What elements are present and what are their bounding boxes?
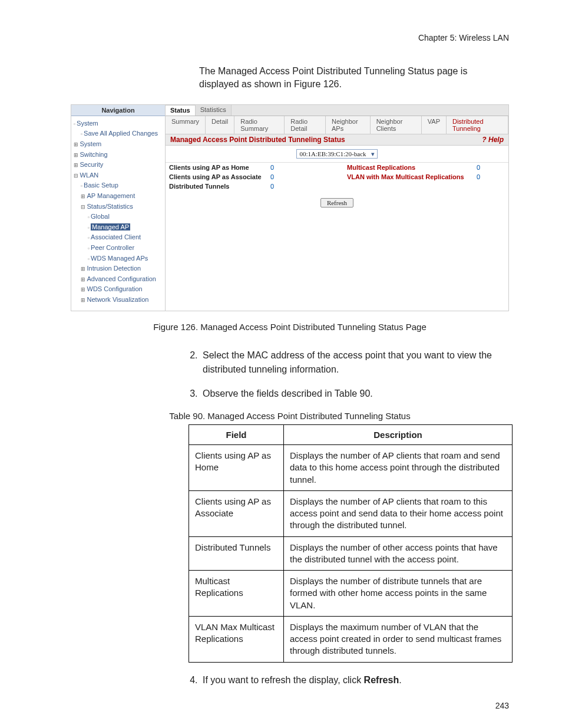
nav-managed-ap[interactable]: Managed AP: [74, 222, 163, 233]
tab-statistics[interactable]: Statistics: [196, 105, 232, 116]
nav-wlan[interactable]: WLAN: [74, 170, 163, 181]
nav-intrusion-detection[interactable]: Intrusion Detection: [74, 263, 163, 274]
nav-peer-controller[interactable]: Peer Controller: [74, 243, 163, 253]
nav-advanced-config[interactable]: Advanced Configuration: [74, 274, 163, 285]
subtab-radio-summary[interactable]: Radio Summary: [234, 116, 285, 134]
step-4-refresh-word: Refresh: [364, 675, 399, 685]
subtab-neighbor-clients[interactable]: Neighbor Clients: [371, 116, 422, 134]
intro-paragraph: The Managed Access Point Distributed Tun…: [199, 65, 509, 91]
refresh-row: Refresh: [166, 191, 508, 215]
step-4-text-a: If you want to refresh the display, clic…: [203, 675, 364, 685]
instruction-steps: Select the MAC address of the access poi…: [186, 348, 509, 400]
subtab-summary[interactable]: Summary: [166, 116, 206, 134]
page-header: Chapter 5: Wireless LAN: [71, 33, 509, 42]
subtab-neighbor-aps[interactable]: Neighbor APs: [326, 116, 371, 134]
step-4: If you want to refresh the display, clic…: [200, 673, 509, 687]
field-description-table: Field Description Clients using AP as Ho…: [189, 424, 513, 663]
secondary-tabs: Summary Detail Radio Summary Radio Detai…: [166, 116, 508, 134]
subtab-vap[interactable]: VAP: [422, 116, 447, 134]
label-distributed-tunnels: Distributed Tunnels: [169, 183, 270, 190]
content-pane: Status Statistics Summary Detail Radio S…: [166, 105, 508, 311]
nav-system[interactable]: System: [74, 139, 163, 150]
instruction-steps-cont: If you want to refresh the display, clic…: [186, 673, 509, 687]
mac-address-select[interactable]: 00:1A:EB:39:C1:20-back: [296, 149, 377, 159]
table-desc-cell: Displays the number of distribute tunnel…: [284, 571, 513, 617]
nav-global[interactable]: Global: [74, 212, 163, 222]
value-vlan-max-multicast: 0: [477, 173, 505, 180]
nav-system-root[interactable]: System: [74, 118, 163, 129]
table-field-cell: Clients using AP as Home: [189, 445, 284, 491]
table-row: Clients using AP as Associate Displays t…: [189, 490, 513, 536]
tab-status[interactable]: Status: [166, 105, 196, 116]
mac-select-row: 00:1A:EB:39:C1:20-back: [166, 146, 508, 163]
primary-tabs: Status Statistics: [166, 105, 508, 116]
refresh-button[interactable]: Refresh: [320, 198, 353, 207]
label-clients-home: Clients using AP as Home: [169, 164, 270, 171]
table-desc-cell: Displays the maximum number of VLAN that…: [284, 616, 513, 662]
nav-wds-config[interactable]: WDS Configuration: [74, 284, 163, 295]
subtab-radio-detail[interactable]: Radio Detail: [285, 116, 326, 134]
table-row: Distributed Tunnels Displays the number …: [189, 536, 513, 571]
page-number: 243: [495, 701, 509, 710]
table-desc-cell: Displays the number of other access poin…: [284, 536, 513, 571]
label-clients-associate: Clients using AP as Associate: [169, 173, 270, 180]
value-distributed-tunnels: 0: [270, 183, 347, 190]
table-field-cell: Clients using AP as Associate: [189, 490, 284, 536]
nav-status-statistics[interactable]: Status/Statistics: [74, 202, 163, 212]
value-clients-associate: 0: [270, 173, 347, 180]
table-header-field: Field: [189, 425, 284, 445]
table-row: Clients using AP as Home Displays the nu…: [189, 445, 513, 491]
table-desc-cell: Displays the number of AP clients that r…: [284, 445, 513, 491]
step-2: Select the MAC address of the access poi…: [200, 348, 509, 375]
nav-wds-managed-aps[interactable]: WDS Managed APs: [74, 253, 163, 264]
navigation-tree: System Save All Applied Changes System S…: [71, 116, 165, 311]
row-clients-associate: Clients using AP as Associate 0 VLAN wit…: [166, 172, 508, 182]
step-4-text-c: .: [399, 675, 401, 685]
nav-save-changes[interactable]: Save All Applied Changes: [74, 129, 163, 139]
table-row: Multicast Replications Displays the numb…: [189, 571, 513, 617]
value-clients-home: 0: [270, 164, 347, 171]
nav-basic-setup[interactable]: Basic Setup: [74, 180, 163, 191]
table-field-cell: Distributed Tunnels: [189, 536, 284, 571]
navigation-pane: Navigation System Save All Applied Chang…: [71, 105, 166, 311]
status-title: Managed Access Point Distributed Tunneli…: [170, 136, 482, 144]
subtab-distributed-tunneling[interactable]: Distributed Tunneling: [447, 116, 508, 134]
subtab-detail[interactable]: Detail: [206, 116, 234, 134]
help-link[interactable]: ? Help: [482, 136, 504, 144]
nav-switching[interactable]: Switching: [74, 150, 163, 160]
nav-associated-client[interactable]: Associated Client: [74, 232, 163, 243]
value-multicast-replications: 0: [477, 164, 505, 171]
row-clients-home: Clients using AP as Home 0 Multicast Rep…: [166, 163, 508, 172]
status-bar: Managed Access Point Distributed Tunneli…: [166, 134, 508, 146]
navigation-header: Navigation: [71, 105, 165, 116]
nav-security[interactable]: Security: [74, 160, 163, 170]
label-multicast-replications: Multicast Replications: [347, 164, 477, 171]
table-desc-cell: Displays the number of AP clients that r…: [284, 490, 513, 536]
table-field-cell: VLAN Max Multicast Replications: [189, 616, 284, 662]
label-vlan-max-multicast: VLAN with Max Multicast Replications: [347, 173, 477, 180]
figure-caption: Figure 126. Managed Access Point Distrib…: [71, 322, 509, 332]
table-row: VLAN Max Multicast Replications Displays…: [189, 616, 513, 662]
status-page-screenshot: Navigation System Save All Applied Chang…: [71, 104, 509, 312]
nav-ap-management[interactable]: AP Management: [74, 191, 163, 202]
step-3: Observe the fields described in Table 90…: [200, 387, 509, 400]
nav-network-visualization[interactable]: Network Visualization: [74, 295, 163, 305]
table-field-cell: Multicast Replications: [189, 571, 284, 617]
table-caption: Table 90. Managed Access Point Distribut…: [71, 411, 509, 421]
table-header-description: Description: [284, 425, 513, 445]
row-distributed-tunnels: Distributed Tunnels 0: [166, 182, 508, 191]
